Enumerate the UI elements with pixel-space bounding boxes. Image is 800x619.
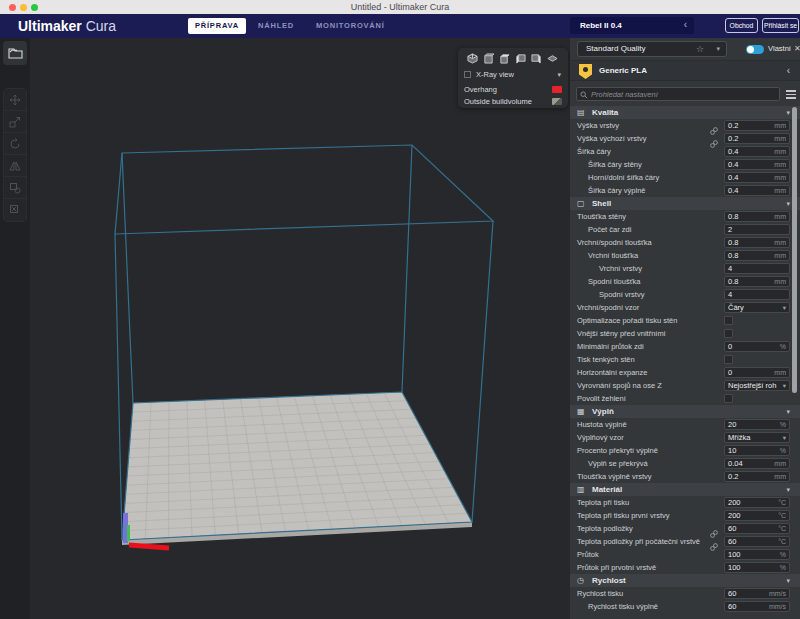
setting-value-field[interactable]: 0.2 mm — [724, 133, 790, 144]
setting-value-field[interactable]: 0.2 mm — [724, 471, 790, 482]
setting-value-field[interactable]: 0.4 mm — [724, 159, 790, 170]
close-panel-icon[interactable]: ✕ — [794, 38, 800, 60]
setting-label: Výplň se překrývá — [588, 457, 648, 470]
per-model-settings-button[interactable] — [4, 177, 26, 199]
settings-scrollbar[interactable] — [792, 107, 797, 393]
setting-value-field[interactable]: 60 °C — [724, 523, 790, 534]
setting-row: Vrchní vrstvy 4 — [570, 262, 800, 275]
view-bottom-icon[interactable] — [547, 53, 558, 64]
setting-checkbox[interactable] — [724, 394, 733, 403]
signin-button[interactable]: Přihlásit se — [762, 18, 799, 33]
move-tool-button[interactable] — [4, 89, 26, 111]
setting-checkbox[interactable] — [724, 316, 733, 325]
setting-row: Počet čar zdi 2 — [570, 223, 800, 236]
category-header-materiál[interactable]: ▥ Materiál ▾ — [570, 483, 800, 496]
setting-dropdown[interactable]: Čáry ▾ — [724, 302, 790, 313]
tab-preview[interactable]: NÁHLED — [258, 14, 294, 38]
setting-value-field[interactable]: 4 — [724, 263, 790, 274]
settings-list: ▤ Kvalita ▾ Výška vrstvy 0.2 mm Výška vý… — [570, 106, 800, 613]
view-3d-icon[interactable] — [467, 53, 478, 64]
category-header-kvalita[interactable]: ▤ Kvalita ▾ — [570, 106, 800, 119]
mirror-tool-button[interactable] — [4, 155, 26, 177]
view-right-icon[interactable] — [531, 53, 542, 64]
setting-row: Tloušťka výplně vrstvy 0.2 mm — [570, 470, 800, 483]
extruder-material-bar[interactable]: Generic PLA ‹ — [570, 60, 800, 81]
3d-viewport[interactable] — [30, 38, 570, 619]
setting-value-field[interactable]: 0.4 mm — [724, 185, 790, 196]
toggle-knob — [747, 46, 754, 53]
setting-value-field[interactable]: 0 % — [724, 341, 790, 352]
setting-value-field[interactable]: 0.8 mm — [724, 211, 790, 222]
marketplace-button[interactable]: Obchod — [725, 18, 758, 33]
view-options-panel: X-Ray view ▾ Overhang Outside buildvolum… — [458, 48, 568, 108]
setting-row: Vrchní/spodní tloušťka 0.8 mm — [570, 236, 800, 249]
setting-row: Minimální průtok zdi 0 % — [570, 340, 800, 353]
setting-value-field[interactable]: 10 % — [724, 445, 790, 456]
setting-row: Vyrovnání spojů na ose Z Nejostřejší roh… — [570, 379, 800, 392]
setting-row: Vrchní tloušťka 0.8 mm — [570, 249, 800, 262]
setting-value-field[interactable]: 200 °C — [724, 497, 790, 508]
left-toolbar — [0, 38, 30, 619]
settings-search[interactable] — [576, 87, 780, 101]
view-left-icon[interactable] — [515, 53, 526, 64]
custom-mode-toggle[interactable] — [746, 45, 764, 54]
setting-value-field[interactable]: 60 °C — [724, 536, 790, 547]
logo-ultimaker: Ultimaker — [18, 18, 82, 34]
tab-monitor[interactable]: MONITOROVÁNÍ — [316, 14, 385, 38]
setting-row: Spodní vrstvy 4 — [570, 288, 800, 301]
tab-prepare[interactable]: PŘÍPRAVA — [188, 18, 246, 34]
setting-value-field[interactable]: 0 mm — [724, 367, 790, 378]
color-scheme-dropdown[interactable]: X-Ray view ▾ — [458, 69, 568, 81]
setting-label: Průtok — [577, 548, 599, 561]
search-input[interactable] — [591, 88, 777, 100]
setting-value-field[interactable]: 20 % — [724, 419, 790, 430]
chevron-down-icon: ▾ — [786, 574, 790, 587]
rotate-icon — [9, 138, 21, 150]
printer-selector[interactable]: Rebel II 0.4 ‹ — [570, 17, 694, 34]
scale-tool-button[interactable] — [4, 111, 26, 133]
setting-value-field[interactable]: 0.2 mm — [724, 120, 790, 131]
legend-outside-buildvolume: Outside buildvolume — [458, 96, 568, 108]
setting-value-field[interactable]: 100 % — [724, 549, 790, 560]
shell-icon: ▢ — [577, 197, 585, 210]
setting-value-field[interactable]: 0.8 mm — [724, 250, 790, 261]
setting-label: Rychlost tisku výplně — [588, 600, 658, 613]
support-blocker-button[interactable] — [4, 199, 26, 221]
setting-label: Výška výchozí vrstvy — [577, 132, 647, 145]
setting-value-field[interactable]: 100 % — [724, 562, 790, 573]
rotate-tool-button[interactable] — [4, 133, 26, 155]
setting-value-field[interactable]: 60 mm/s — [724, 588, 790, 599]
settings-visibility-menu-icon[interactable] — [786, 90, 796, 101]
setting-label: Horizontální expanze — [577, 366, 647, 379]
view-top-icon[interactable] — [499, 53, 510, 64]
open-file-button[interactable] — [3, 41, 27, 65]
view-front-icon[interactable] — [483, 53, 494, 64]
logo-cura: Cura — [86, 18, 116, 34]
setting-value-field[interactable]: 0.04 mm — [724, 458, 790, 469]
setting-row: Spodní tloušťka 0.8 mm — [570, 275, 800, 288]
setting-value-field[interactable]: 60 mm/s — [724, 601, 790, 612]
setting-label: Povolit žehlení — [577, 392, 626, 405]
setting-value-field[interactable]: 0.4 mm — [724, 146, 790, 157]
setting-dropdown[interactable]: Mřížka ▾ — [724, 432, 790, 443]
setting-dropdown[interactable]: Nejostřejší roh ▾ — [724, 380, 790, 391]
setting-checkbox[interactable] — [724, 329, 733, 338]
setting-row: Vrchní/spodní vzor Čáry ▾ — [570, 301, 800, 314]
setting-value-field[interactable]: 0.8 mm — [724, 276, 790, 287]
setting-value-field[interactable]: 2 — [724, 224, 790, 235]
category-header-rychlost[interactable]: ◷ Rychlost ▾ — [570, 574, 800, 587]
mirror-icon — [9, 160, 21, 172]
category-header-výplň[interactable]: ▦ Výplň ▾ — [570, 405, 800, 418]
setting-checkbox[interactable] — [724, 355, 733, 364]
setting-row: Průtok při prvotní vrstvě 100 % — [570, 561, 800, 574]
profile-dropdown[interactable]: Standard Quality ☆ ▾ — [577, 41, 727, 57]
setting-value-field[interactable]: 0.8 mm — [724, 237, 790, 248]
setting-label: Materiál — [592, 483, 622, 496]
setting-row: Výška vrstvy 0.2 mm — [570, 119, 800, 132]
setting-value-field[interactable]: 200 °C — [724, 510, 790, 521]
category-header-shell[interactable]: ▢ Shell ▾ — [570, 197, 800, 210]
setting-value-field[interactable]: 0.4 mm — [724, 172, 790, 183]
setting-label: Spodní vrstvy — [599, 288, 644, 301]
setting-value-field[interactable]: 4 — [724, 289, 790, 300]
support-blocker-icon — [9, 204, 21, 216]
